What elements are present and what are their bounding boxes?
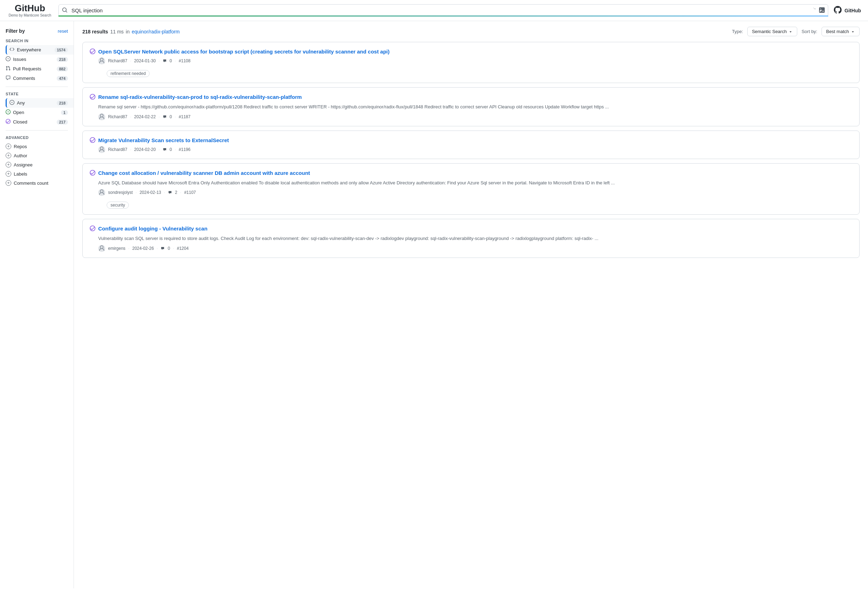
result-meta-3: Richard87 · 2024-02-20 · 0 · #1196 <box>98 146 852 153</box>
type-label: Type: <box>732 29 743 34</box>
sort-value: Best match <box>826 29 849 34</box>
open-state-icon <box>6 109 10 115</box>
results-meta: 218 results 11 ms in equinor/radix-platf… <box>83 29 180 34</box>
result-tag-1: refinement needed <box>107 70 150 77</box>
github-logo-icon <box>834 6 841 15</box>
settings-icon[interactable] <box>810 7 816 14</box>
state-label: State <box>6 92 74 96</box>
logo-title: GitHub <box>15 3 46 13</box>
result-title-row-3: Migrate Vulnerability Scan secrets to Ex… <box>90 137 852 144</box>
closed-label: Closed <box>13 119 27 125</box>
result-number-2: #1187 <box>179 114 190 119</box>
result-avatar-4 <box>98 189 105 196</box>
comments-count-label: Comments count <box>14 181 48 186</box>
result-comments-1: 0 <box>170 58 172 63</box>
results-controls: Type: Semantic Search Sort by: Best matc… <box>732 27 859 36</box>
author-plus-icon: + <box>6 153 11 158</box>
result-title-link-1[interactable]: Open SQLServer Network public access for… <box>98 48 390 55</box>
closed-pr-icon-4 <box>90 170 95 177</box>
result-avatar-3 <box>98 146 105 153</box>
sidebar-item-everywhere[interactable]: Everywhere 1574 <box>6 45 74 54</box>
type-dropdown[interactable]: Semantic Search <box>747 27 797 36</box>
result-author-4: sondresjolyst <box>108 190 133 195</box>
result-number-5: #1204 <box>177 246 188 251</box>
sidebar-item-any[interactable]: Any 218 <box>6 98 74 107</box>
pull-requests-icon <box>6 66 10 72</box>
repos-label: Repos <box>14 144 27 149</box>
closed-pr-icon-1 <box>90 49 95 55</box>
sidebar-item-issues[interactable]: Issues 218 <box>6 54 74 64</box>
result-date-3: 2024-02-20 <box>134 147 156 152</box>
result-avatar-5 <box>98 245 105 252</box>
header: GitHub Demo by Manticore Search GitHub <box>0 0 868 21</box>
result-author-2: Richard87 <box>108 114 127 119</box>
any-badge: 218 <box>57 101 68 106</box>
result-number-1: #1108 <box>179 58 190 63</box>
advanced-label: Advanced <box>6 135 74 140</box>
sidebar-item-closed[interactable]: Closed 217 <box>6 117 74 127</box>
issues-icon <box>6 56 10 62</box>
sidebar-item-assignee[interactable]: + Assignee <box>6 160 74 169</box>
result-comments-4: 2 <box>175 190 177 195</box>
comment-icon-4 <box>168 190 172 194</box>
any-label: Any <box>17 100 25 106</box>
result-comments-3: 0 <box>170 147 172 152</box>
type-value: Semantic Search <box>752 29 787 34</box>
result-author-1: Richard87 <box>108 58 127 63</box>
result-title-row-4: Change cost allocation / vulnerability s… <box>90 169 852 177</box>
filter-title: Filter by <box>6 28 25 34</box>
comment-icon-5 <box>161 246 165 250</box>
closed-pr-icon-2 <box>90 94 95 101</box>
labels-label: Labels <box>14 171 27 177</box>
result-avatar-2 <box>98 113 105 120</box>
comment-icon-2 <box>162 115 167 119</box>
sidebar-item-comments[interactable]: Comments 474 <box>6 74 74 83</box>
sidebar-divider-1 <box>6 87 68 87</box>
main-content: 218 results 11 ms in equinor/radix-platf… <box>74 21 868 588</box>
result-comments-2: 0 <box>170 114 172 119</box>
comments-icon <box>6 75 10 81</box>
result-comments-5: 0 <box>168 246 170 251</box>
result-date-1: 2024-01-30 <box>134 58 156 63</box>
pull-requests-badge: 882 <box>57 66 68 71</box>
sidebar-item-comments-count[interactable]: + Comments count <box>6 178 74 187</box>
sidebar-item-author[interactable]: + Author <box>6 151 74 160</box>
sidebar: Filter by reset Search in Everywhere 157… <box>0 21 74 588</box>
results-repo[interactable]: equinor/radix-platform <box>131 29 180 34</box>
labels-plus-icon: + <box>6 171 11 177</box>
result-card-1: Open SQLServer Network public access for… <box>83 42 859 83</box>
result-body-2: Rename sql server - https://github.com/e… <box>98 103 852 110</box>
result-meta-2: Richard87 · 2024-02-22 · 0 · #1187 <box>98 113 852 120</box>
assignee-plus-icon: + <box>6 162 11 168</box>
sidebar-item-labels[interactable]: + Labels <box>6 169 74 178</box>
sidebar-item-repos[interactable]: + Repos <box>6 142 74 151</box>
result-title-link-2[interactable]: Rename sql-radix-vulnerability-scan-prod… <box>98 93 302 101</box>
results-in: in <box>125 29 130 34</box>
sidebar-item-pull-requests[interactable]: Pull Requests 882 <box>6 64 74 74</box>
comments-label: Comments <box>13 76 35 81</box>
logo-area: GitHub Demo by Manticore Search <box>7 3 53 17</box>
result-date-4: 2024-02-13 <box>139 190 161 195</box>
author-label: Author <box>14 153 27 158</box>
any-state-icon <box>9 100 15 106</box>
closed-state-icon <box>6 119 10 125</box>
terminal-icon[interactable] <box>819 7 825 14</box>
result-card-5: Configure audit logging - Vulnerability … <box>83 219 859 258</box>
reset-link[interactable]: reset <box>58 28 68 34</box>
result-title-link-3[interactable]: Migrate Vulnerability Scan secrets to Ex… <box>98 137 229 144</box>
result-title-row-5: Configure audit logging - Vulnerability … <box>90 225 852 232</box>
sidebar-item-open[interactable]: Open 1 <box>6 107 74 117</box>
search-input[interactable] <box>58 4 828 16</box>
filter-header: Filter by reset <box>6 28 74 34</box>
comment-icon-3 <box>162 147 167 152</box>
closed-pr-icon-5 <box>90 225 95 232</box>
closed-badge: 217 <box>57 120 68 125</box>
layout: Filter by reset Search in Everywhere 157… <box>0 21 868 588</box>
open-label: Open <box>13 110 24 115</box>
result-title-link-5[interactable]: Configure audit logging - Vulnerability … <box>98 225 207 232</box>
search-actions <box>810 7 825 14</box>
sort-dropdown[interactable]: Best match <box>822 27 859 36</box>
result-title-link-4[interactable]: Change cost allocation / vulnerability s… <box>98 169 310 177</box>
pull-requests-label: Pull Requests <box>13 66 41 71</box>
github-text: GitHub <box>844 8 861 13</box>
